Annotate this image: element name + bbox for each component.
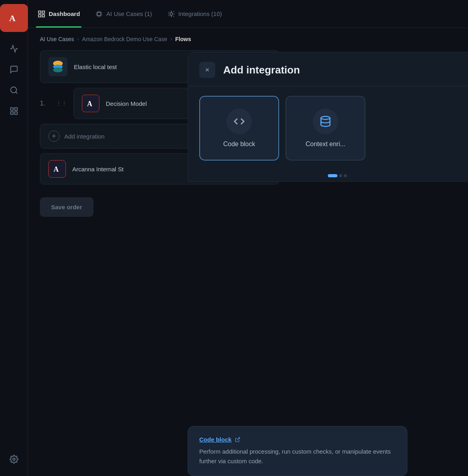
- sidebar-item-components[interactable]: [5, 102, 23, 120]
- svg-rect-8: [39, 11, 41, 13]
- drag-handle-1[interactable]: ⋮⋮: [56, 100, 67, 107]
- svg-rect-6: [14, 112, 17, 114]
- code-block-tooltip: Code block Perform additional processing…: [188, 426, 407, 476]
- tab-dashboard-label: Dashboard: [49, 10, 80, 17]
- breadcrumb-use-case: Amazon Bedrock Demo Use Case: [82, 36, 167, 42]
- context-enrichment-label: Context enri...: [305, 141, 345, 148]
- breadcrumb: AI Use Cases › Amazon Bedrock Demo Use C…: [40, 36, 456, 42]
- grid-icon: [38, 10, 46, 18]
- tab-ai-use-cases[interactable]: AI Use Cases (1): [93, 0, 153, 28]
- svg-point-7: [13, 458, 15, 460]
- svg-rect-10: [39, 14, 41, 17]
- svg-rect-11: [42, 14, 45, 17]
- tooltip-title-text: Code block: [199, 436, 232, 443]
- add-icon: +: [48, 131, 59, 142]
- svg-rect-9: [42, 11, 45, 13]
- add-integration-label: Add integration: [64, 133, 105, 140]
- main-content: Dashboard AI Use Cases (1) Integrations …: [28, 0, 468, 476]
- page-content: AI Use Cases › Amazon Bedrock Demo Use C…: [28, 28, 468, 476]
- svg-point-27: [321, 117, 330, 120]
- tooltip-description: Perform additional processing, run custo…: [199, 447, 396, 466]
- svg-text:A: A: [54, 165, 59, 173]
- svg-text:A: A: [9, 13, 16, 23]
- svg-rect-4: [14, 108, 17, 110]
- scroll-dot-2: [339, 174, 342, 177]
- plug-icon: [167, 10, 175, 18]
- svg-rect-3: [10, 108, 13, 110]
- sidebar-item-messages[interactable]: [5, 61, 23, 78]
- tab-integrations[interactable]: Integrations (10): [166, 0, 224, 28]
- tooltip-title[interactable]: Code block: [199, 436, 396, 443]
- breadcrumb-sep-1: ›: [77, 36, 79, 42]
- elastic-logo: [48, 57, 67, 76]
- external-link-icon: [235, 437, 240, 442]
- tab-ai-use-cases-label: AI Use Cases (1): [106, 10, 152, 17]
- modal-close-button[interactable]: ×: [199, 62, 215, 78]
- svg-point-1: [10, 87, 16, 93]
- topnav: Dashboard AI Use Cases (1) Integrations …: [28, 0, 468, 28]
- sidebar: A: [0, 0, 28, 476]
- scroll-indicator: [188, 170, 468, 181]
- modal-title: Add integration: [223, 64, 300, 76]
- sidebar-item-settings[interactable]: [5, 450, 23, 468]
- context-enrichment-icon: [313, 109, 338, 134]
- modal-header: × Add integration: [188, 52, 468, 86]
- breadcrumb-ai-use-cases[interactable]: AI Use Cases: [40, 36, 74, 42]
- sidebar-nav: [5, 40, 23, 450]
- svg-rect-12: [97, 12, 101, 15]
- svg-point-21: [170, 12, 173, 15]
- app-logo[interactable]: A: [0, 4, 28, 32]
- ai-logo-step1: A: [82, 95, 99, 112]
- tab-integrations-label: Integrations (10): [178, 10, 222, 17]
- scroll-dot-1: [328, 174, 337, 177]
- integration-card-code-block[interactable]: Code block: [199, 96, 279, 161]
- sidebar-item-analytics[interactable]: [5, 40, 23, 58]
- chip-icon: [95, 10, 103, 18]
- sidebar-item-search[interactable]: [5, 81, 23, 99]
- breadcrumb-sep-2: ›: [171, 36, 172, 42]
- save-order-button[interactable]: Save order: [40, 197, 93, 217]
- close-icon: ×: [205, 66, 210, 74]
- add-integration-modal: × Add integration Code block: [188, 52, 468, 182]
- step1-number: 1.: [40, 100, 50, 107]
- arcanna-logo: A: [48, 160, 66, 178]
- svg-line-28: [237, 437, 240, 440]
- breadcrumb-current: Flows: [175, 36, 191, 42]
- integration-card-context-enrichment[interactable]: Context enri...: [286, 96, 365, 161]
- code-block-label: Code block: [223, 141, 255, 148]
- modal-cards-container: Code block Context enri...: [188, 86, 468, 170]
- svg-point-24: [53, 67, 63, 72]
- svg-line-2: [16, 92, 17, 93]
- tab-dashboard[interactable]: Dashboard: [36, 0, 81, 28]
- scroll-dot-3: [344, 174, 347, 177]
- code-block-icon: [226, 109, 252, 134]
- svg-rect-5: [10, 112, 13, 114]
- svg-text:A: A: [87, 100, 92, 108]
